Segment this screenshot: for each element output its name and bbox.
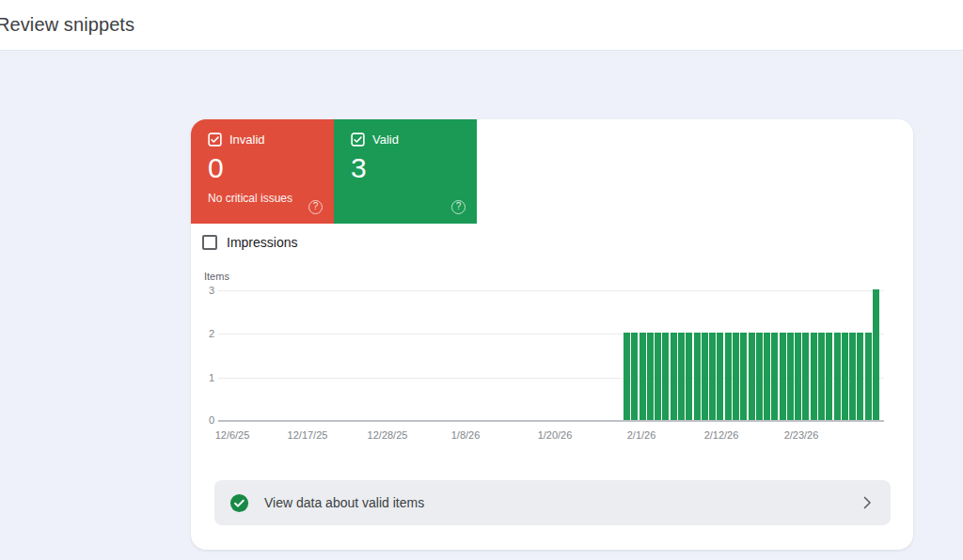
bar: [811, 333, 817, 420]
bar: [764, 333, 770, 420]
y-tick-label: 0: [186, 414, 214, 426]
x-tick-label: 12/28/25: [368, 429, 408, 441]
valid-card-header: Valid: [351, 132, 466, 147]
bar: [631, 333, 638, 420]
bar: [709, 333, 716, 420]
report-card: Invalid 0 No critical issues ? Valid 3 ?: [191, 119, 913, 550]
valid-count: 3: [351, 152, 466, 183]
bar: [725, 333, 732, 420]
x-tick-label: 2/23/26: [784, 429, 819, 441]
bar: [671, 333, 677, 420]
bar: [655, 333, 661, 420]
x-tick-label: 12/6/25: [215, 429, 250, 441]
invalid-count: 0: [208, 152, 323, 183]
bar: [826, 333, 832, 420]
x-tick-label: 1/8/26: [451, 429, 481, 441]
chart-y-axis-title: Items: [204, 271, 229, 282]
bar: [694, 333, 701, 420]
checked-checkbox-icon: [208, 132, 222, 147]
bar: [740, 333, 747, 420]
bar: [787, 333, 794, 420]
y-tick-label: 1: [186, 372, 214, 383]
x-axis-line: [218, 420, 884, 422]
x-tick-label: 1/20/26: [538, 429, 573, 441]
checked-checkbox-icon: [351, 132, 365, 147]
bar: [647, 333, 654, 420]
bar: [662, 333, 669, 420]
view-valid-items-button[interactable]: View data about valid items: [214, 480, 891, 525]
bar: [780, 333, 786, 420]
impressions-toggle-row[interactable]: Impressions: [202, 235, 297, 250]
valid-card-label: Valid: [372, 132, 399, 147]
bar: [873, 289, 879, 420]
page-title: Review snippets: [0, 14, 134, 36]
bar: [686, 333, 692, 420]
bar: [639, 333, 646, 420]
summary-cards-row: Invalid 0 No critical issues ? Valid 3 ?: [191, 119, 477, 224]
invalid-card-header: Invalid: [208, 132, 323, 147]
x-tick-label: 2/12/26: [704, 429, 739, 441]
bar: [842, 333, 848, 420]
invalid-note: No critical issues: [208, 192, 323, 205]
x-tick-label: 12/17/25: [288, 429, 328, 441]
chart-x-axis: 12/6/25 12/17/25 12/28/25 1/8/26 1/20/26…: [218, 429, 884, 444]
x-tick-label: 2/1/26: [627, 429, 656, 441]
check-circle-icon: [229, 493, 249, 513]
valid-summary-card[interactable]: Valid 3 ?: [334, 119, 477, 224]
page-header: Review snippets: [0, 0, 963, 51]
bars: [624, 289, 879, 420]
bar: [818, 333, 825, 420]
bar: [717, 333, 723, 420]
bar: [865, 333, 872, 420]
bar: [802, 333, 809, 420]
impressions-checkbox[interactable]: [202, 235, 217, 250]
chevron-right-icon: [859, 494, 876, 511]
items-bar-chart: 3 2 1 0: [218, 290, 884, 421]
bar: [857, 333, 863, 420]
bar: [624, 333, 630, 420]
bar: [678, 333, 685, 420]
bar: [749, 333, 755, 420]
y-tick-label: 3: [186, 285, 214, 296]
impressions-label: Impressions: [227, 235, 297, 250]
invalid-summary-card[interactable]: Invalid 0 No critical issues ?: [191, 119, 334, 224]
bar: [702, 333, 708, 420]
invalid-card-label: Invalid: [229, 132, 265, 147]
bar: [795, 333, 801, 420]
bar: [756, 333, 763, 420]
y-tick-label: 2: [186, 328, 214, 339]
bar: [849, 333, 856, 420]
invalid-help-icon[interactable]: ?: [308, 200, 323, 214]
bar: [771, 333, 778, 420]
bar: [733, 333, 739, 420]
bar: [834, 333, 841, 420]
view-valid-items-label: View data about valid items: [264, 495, 844, 510]
valid-help-icon[interactable]: ?: [451, 200, 466, 214]
